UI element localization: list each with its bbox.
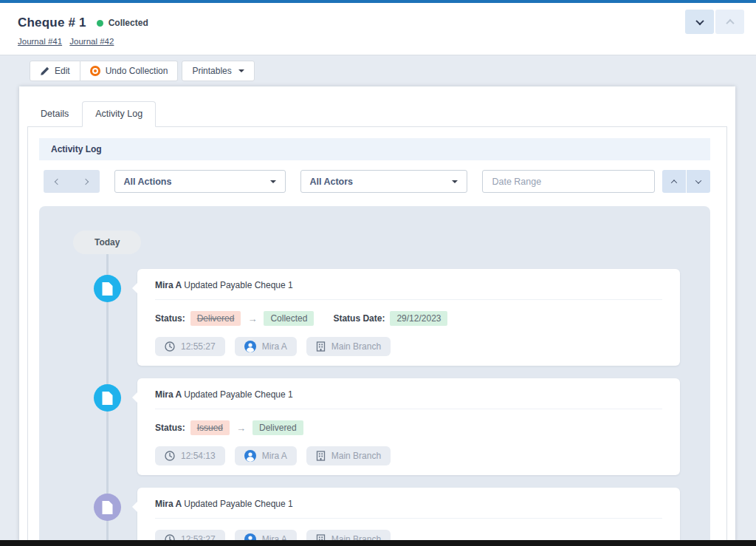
printables-button[interactable]: Printables: [182, 61, 254, 81]
header-collapse-group: [685, 10, 744, 34]
status-change-row: Status: Issued → Delivered: [155, 420, 662, 435]
time-value: 12:54:13: [181, 451, 216, 461]
page-header: Cheque # 1 Collected Journal #41 Journal…: [0, 3, 756, 55]
app-window: Cheque # 1 Collected Journal #41 Journal…: [0, 0, 756, 546]
status-new-chip: Delivered: [252, 420, 303, 435]
actions-filter-value: All Actions: [124, 177, 172, 187]
user-avatar-icon: [244, 450, 256, 462]
prev-page-button[interactable]: [44, 170, 72, 193]
arrow-right-icon: →: [247, 313, 257, 324]
user-badge: Mira A: [235, 446, 297, 465]
activity-card: Mira AUpdated Payable Cheque 1 Status: I…: [137, 378, 680, 475]
chevron-left-icon: [55, 178, 61, 184]
chevron-down-icon: [695, 16, 704, 24]
journal-41-link[interactable]: Journal #41: [18, 37, 62, 46]
chevron-up-icon: [726, 18, 734, 27]
pencil-icon: [40, 66, 49, 76]
edit-button[interactable]: Edit: [30, 61, 80, 81]
activity-card: Mira AUpdated Payable Cheque 1 12:53:27: [137, 488, 680, 541]
status-badge: Collected: [97, 18, 148, 28]
content-card: Details Activity Log Activity Log All Ac…: [19, 86, 735, 542]
building-icon: [316, 341, 326, 352]
user-badge: Mira A: [235, 337, 297, 356]
edit-button-label: Edit: [55, 66, 70, 76]
activity-title: Mira AUpdated Payable Cheque 1: [155, 389, 662, 400]
clock-icon: [165, 451, 175, 461]
user-value: Mira A: [262, 341, 287, 352]
chevron-up-icon: [671, 180, 677, 185]
status-field-label: Status:: [155, 313, 185, 324]
activity-actor: Mira A: [155, 280, 182, 290]
timeline-day-label: Today: [73, 231, 141, 254]
action-toolbar: Edit Undo Collection Printables: [30, 61, 255, 81]
meta-badges-row: 12:55:27 Mira A Main Branch: [155, 337, 662, 356]
status-field-label: Status:: [155, 423, 185, 433]
clock-icon: [165, 341, 175, 352]
activity-action: Updated Payable Cheque 1: [184, 499, 292, 509]
undo-collection-icon: [90, 66, 100, 76]
document-node-icon: [94, 384, 121, 412]
sort-group: [662, 170, 710, 193]
status-change-row: Status: Delivered → Collected Status Dat…: [155, 311, 662, 326]
activity-title: Mira AUpdated Payable Cheque 1: [155, 280, 662, 290]
building-icon: [316, 451, 326, 461]
meta-badges-row: 12:53:27 Mira A Main Branch: [155, 530, 662, 541]
chevron-right-icon: [82, 178, 88, 184]
branch-badge: Main Branch: [306, 530, 391, 541]
actors-filter-select[interactable]: All Actors: [300, 170, 468, 193]
status-old-chip: Issued: [190, 420, 230, 435]
status-old-chip: Delivered: [190, 311, 241, 326]
tab-bar: Details Activity Log: [27, 101, 727, 126]
status-dot-icon: [97, 20, 103, 27]
activity-action: Updated Payable Cheque 1: [184, 280, 292, 290]
user-badge: Mira A: [235, 530, 297, 541]
caret-down-icon: [452, 180, 458, 183]
divider: [155, 299, 662, 300]
timeline-entry: Mira AUpdated Payable Cheque 1 12:53:27: [137, 488, 680, 541]
file-icon: [102, 501, 113, 514]
branch-badge: Main Branch: [306, 337, 391, 356]
file-icon: [102, 392, 113, 405]
panel-title: Activity Log: [39, 138, 710, 160]
arrow-right-icon: →: [236, 423, 246, 434]
filter-row: All Actions All Actors: [39, 170, 710, 193]
branch-value: Main Branch: [331, 451, 381, 461]
scroll-down-button[interactable]: [687, 170, 710, 193]
status-label: Collected: [109, 18, 148, 28]
page-body: Edit Undo Collection Printables Details …: [0, 55, 756, 546]
tab-activity-log[interactable]: Activity Log: [82, 101, 156, 127]
printables-label: Printables: [192, 66, 231, 76]
undo-collection-button[interactable]: Undo Collection: [80, 61, 179, 81]
date-range-input[interactable]: [482, 170, 655, 193]
status-new-chip: Collected: [264, 311, 314, 326]
caret-down-icon: [270, 180, 276, 183]
status-date-chip: 29/12/2023: [390, 311, 447, 326]
scroll-up-button[interactable]: [662, 170, 686, 193]
tab-details[interactable]: Details: [27, 101, 82, 126]
collapse-button[interactable]: [715, 10, 744, 34]
activity-log-panel: Activity Log All Actions All Actors: [27, 126, 727, 542]
pager-group: [44, 170, 100, 193]
actions-filter-select[interactable]: All Actions: [114, 170, 286, 193]
activity-title: Mira AUpdated Payable Cheque 1: [155, 499, 662, 509]
chevron-down-icon: [695, 177, 701, 183]
activity-card: Mira AUpdated Payable Cheque 1 Status: D…: [137, 269, 680, 366]
user-avatar-icon: [244, 341, 256, 352]
divider: [155, 518, 662, 519]
status-date-label: Status Date:: [333, 313, 385, 324]
branch-badge: Main Branch: [306, 446, 391, 465]
breadcrumb: Journal #41 Journal #42: [18, 37, 119, 46]
activity-actor: Mira A: [155, 389, 182, 400]
file-icon: [102, 282, 113, 296]
timeline: Today Mira AUpdated Payable Cheque 1: [39, 206, 710, 541]
time-badge: 12:55:27: [155, 337, 225, 356]
actors-filter-value: All Actors: [310, 177, 354, 187]
journal-42-link[interactable]: Journal #42: [69, 37, 114, 46]
next-page-button[interactable]: [72, 170, 100, 193]
timeline-entry: Mira AUpdated Payable Cheque 1 Status: D…: [137, 269, 680, 366]
document-node-icon: [94, 275, 121, 302]
time-value: 12:55:27: [181, 341, 216, 352]
caret-down-icon: [238, 69, 244, 72]
expand-button[interactable]: [685, 10, 714, 34]
document-node-icon: [94, 494, 121, 521]
